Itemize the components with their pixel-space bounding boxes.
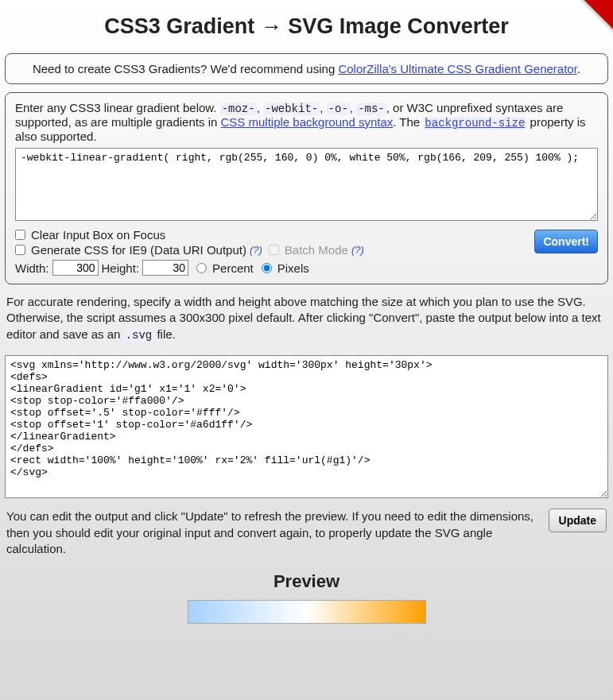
sep: , — [320, 101, 326, 114]
pixels-radio[interactable] — [262, 263, 272, 273]
convert-button[interactable]: Convert! — [534, 230, 598, 253]
multi-bg-link[interactable]: CSS multiple background syntax — [220, 115, 393, 129]
options-row: Convert! Clear Input Box on Focus Genera… — [15, 228, 598, 276]
sep: , — [257, 101, 263, 114]
render-note: For accurate rendering, specify a width … — [6, 294, 607, 342]
info-text-suffix: . — [577, 62, 580, 75]
render-note-text: For accurate rendering, specify a width … — [6, 295, 601, 341]
svg-output[interactable] — [5, 355, 608, 498]
batch-checkbox — [269, 245, 279, 255]
info-panel: Need to create CSS3 Gradients? We'd reco… — [5, 53, 608, 84]
page-title: CSS3 Gradient → SVG Image Converter — [5, 14, 608, 39]
ie9-checkbox[interactable] — [15, 245, 25, 255]
pixels-label: Pixels — [277, 261, 309, 275]
ie9-label: Generate CSS for IE9 (Data URI Output) — [31, 243, 246, 257]
batch-label: Batch Mode — [285, 243, 348, 257]
height-label: Height: — [102, 261, 140, 275]
code-o: -o- — [327, 102, 350, 115]
ie9-help-icon[interactable]: (?) — [250, 244, 262, 256]
update-button[interactable]: Update — [549, 509, 607, 532]
update-note: You can edit the output and click "Updat… — [6, 509, 539, 557]
percent-label: Percent — [212, 261, 254, 275]
clear-on-focus-checkbox[interactable] — [15, 230, 25, 240]
code-bgsize: background-size — [423, 117, 526, 130]
bgsize-link[interactable]: background-size — [423, 115, 526, 129]
code-moz: -moz- — [220, 102, 257, 115]
code-webkit: -webkit- — [263, 102, 320, 115]
sep: , — [350, 101, 356, 114]
intro-text: . The — [393, 115, 423, 129]
width-label: Width: — [15, 261, 49, 275]
svg-ext-code: .svg — [124, 329, 154, 342]
colorzilla-link[interactable]: ColorZilla's Ultimate CSS Gradient Gener… — [338, 62, 576, 75]
width-input[interactable] — [52, 260, 99, 276]
preview-heading: Preview — [5, 571, 608, 592]
height-input[interactable] — [142, 260, 188, 276]
clear-on-focus-label: Clear Input Box on Focus — [31, 228, 165, 242]
input-instructions: Enter any CSS3 linear gradient below. -m… — [15, 101, 598, 143]
gradient-input[interactable] — [15, 148, 598, 221]
batch-help-icon[interactable]: (?) — [351, 244, 364, 256]
code-ms: -ms- — [356, 102, 386, 115]
percent-radio[interactable] — [196, 263, 207, 273]
preview-box — [188, 600, 426, 624]
intro-text: Enter any CSS3 linear gradient below. — [15, 101, 220, 114]
render-note-text: file. — [153, 327, 176, 341]
info-text-prefix: Need to create CSS3 Gradients? We'd reco… — [33, 62, 338, 75]
input-panel: Enter any CSS3 linear gradient below. -m… — [5, 92, 608, 284]
